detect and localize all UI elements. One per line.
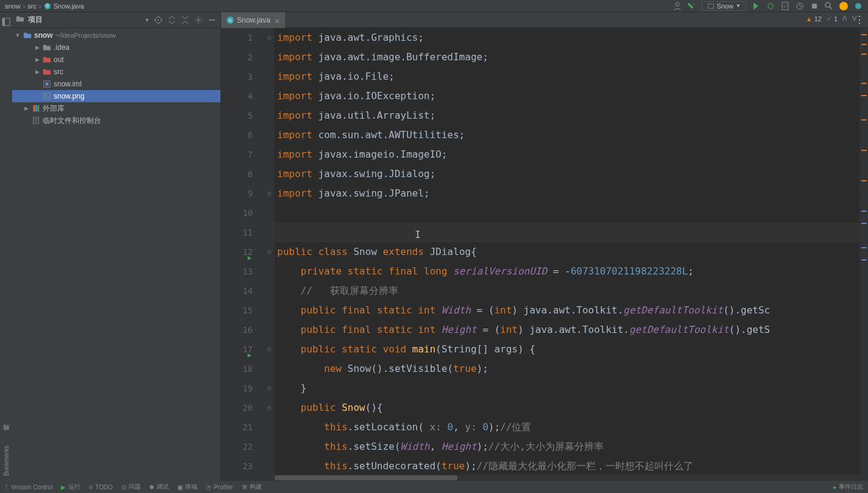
svg-rect-20	[34, 105, 35, 112]
svg-rect-18	[44, 93, 51, 100]
tree-item[interactable]: ▶out	[12, 54, 221, 66]
svg-point-9	[839, 2, 848, 10]
profiler-tab[interactable]: ◷Profiler	[206, 484, 233, 491]
bookmarks-tab[interactable]: Bookmarks	[2, 441, 11, 481]
folder-red-icon	[43, 55, 51, 64]
gear-icon[interactable]	[194, 15, 203, 25]
project-panel: 项目 ▼ ▼ snow ~/IdeaProjects/snow ▶.idea▶o…	[12, 12, 221, 481]
tree-root[interactable]: ▼ snow ~/IdeaProjects/snow	[12, 29, 221, 41]
collapse-icon[interactable]	[180, 15, 190, 25]
fold-gutter[interactable]: ⊟⊟⊟⊟⊟⊟	[264, 28, 275, 481]
chevron-right-icon: ▶	[34, 44, 40, 51]
chevron-down-icon: ▼	[736, 3, 741, 9]
debug-tab[interactable]: ✱调试	[149, 483, 169, 491]
project-tree[interactable]: ▼ snow ~/IdeaProjects/snow ▶.idea▶out▶sr…	[12, 28, 221, 481]
inspection-bar[interactable]: ▲12 ✓1 ᐱ ᐯ	[806, 15, 857, 23]
run-config-selector[interactable]: Snow ▼	[702, 1, 746, 11]
version-control-tab[interactable]: ᚶVersion Control	[5, 484, 52, 491]
svg-point-19	[45, 94, 47, 96]
image-icon	[43, 92, 51, 100]
problems-tab[interactable]: ⊙问题	[121, 483, 141, 491]
event-log[interactable]: ●事件日志	[833, 483, 863, 491]
svg-point-15	[197, 19, 200, 21]
bottom-toolbar: ᚶVersion Control ▶运行 ≡TODO ⊙问题 ✱调试 ▣终端 ◷…	[0, 481, 868, 493]
run-icon[interactable]	[751, 1, 761, 11]
minimize-icon[interactable]	[207, 15, 217, 25]
code-editor[interactable]: 123456789101112▶1314151617▶181920212223 …	[221, 28, 868, 481]
line-gutter[interactable]: 123456789101112▶1314151617▶181920212223	[221, 28, 264, 481]
horizontal-scrollbar[interactable]	[275, 475, 859, 481]
chevron-right-icon: ›	[39, 2, 41, 10]
coverage-icon[interactable]	[780, 1, 790, 11]
folder-icon	[43, 43, 51, 52]
misc-icon[interactable]	[853, 1, 863, 11]
svg-rect-22	[38, 105, 40, 112]
debug-icon[interactable]	[766, 1, 775, 11]
chevron-right-icon: ▶	[34, 69, 40, 75]
tree-item[interactable]: snow.iml	[12, 78, 221, 90]
tree-item[interactable]: snow.png	[12, 90, 221, 102]
svg-text:C: C	[46, 4, 49, 8]
tree-item[interactable]: ▶src	[12, 66, 221, 78]
tree-item[interactable]: ▶外部库	[12, 102, 221, 114]
run-tab[interactable]: ▶运行	[61, 483, 80, 491]
chevron-right-icon: ▶	[23, 105, 29, 111]
expand-icon[interactable]	[167, 15, 177, 25]
panel-title: 项目	[28, 15, 141, 25]
scratch-icon	[32, 116, 40, 125]
editor-panel: C Snow.java ✕ ⋮ ▲12 ✓1 ᐱ ᐯ 1234567891011…	[221, 12, 868, 481]
left-sidebar: 结构 Bookmarks	[0, 12, 12, 481]
svg-rect-21	[35, 105, 37, 112]
tree-item[interactable]: 临时文件和控制台	[12, 114, 221, 127]
tree-item[interactable]: ▶.idea	[12, 41, 221, 54]
svg-point-4	[768, 4, 773, 9]
locate-icon[interactable]	[153, 15, 163, 25]
chevron-right-icon: ›	[23, 2, 26, 10]
terminal-tab[interactable]: ▣终端	[177, 483, 197, 491]
avatar-icon[interactable]	[839, 1, 849, 11]
stop-icon[interactable]	[810, 1, 819, 11]
svg-rect-12	[2, 18, 5, 26]
library-icon	[32, 104, 40, 113]
svg-rect-5	[782, 2, 788, 10]
chevron-down-icon: ▼	[15, 32, 21, 38]
pass-count[interactable]: ✓1	[827, 15, 838, 23]
module-icon	[43, 80, 51, 88]
breadcrumb-item[interactable]: snow	[5, 2, 21, 10]
svg-point-14	[158, 19, 159, 21]
svg-point-2	[676, 2, 679, 6]
tab[interactable]: C Snow.java ✕	[221, 12, 285, 28]
svg-point-8	[825, 2, 830, 7]
breadcrumb-item[interactable]: C Snow.java	[44, 2, 84, 10]
svg-point-10	[855, 3, 861, 9]
todo-tab[interactable]: ≡TODO	[89, 484, 113, 491]
profile-icon[interactable]	[795, 1, 805, 11]
prev-highlight-icon[interactable]: ᐱ	[842, 15, 847, 23]
folder-icon	[16, 15, 24, 26]
svg-rect-3	[708, 4, 713, 9]
structure-tab[interactable]: 结构	[1, 431, 12, 441]
chevron-down-icon[interactable]: ▼	[144, 17, 150, 23]
svg-rect-7	[812, 4, 817, 9]
svg-text:C: C	[228, 17, 232, 23]
search-icon[interactable]	[824, 1, 834, 11]
breadcrumb-item[interactable]: src	[27, 2, 37, 10]
user-icon[interactable]	[672, 1, 682, 11]
editor-tabs: C Snow.java ✕ ⋮	[221, 12, 868, 28]
error-stripe[interactable]	[859, 28, 868, 481]
project-tool-icon[interactable]	[1, 17, 11, 27]
breadcrumb: snow › src › C Snow.java Snow ▼	[0, 0, 868, 12]
chevron-right-icon: ▶	[34, 57, 40, 63]
warnings-count[interactable]: ▲12	[806, 15, 822, 23]
svg-rect-17	[45, 82, 48, 85]
text-cursor-icon: I	[415, 225, 421, 245]
hammer-icon[interactable]	[687, 1, 697, 11]
folder-red-icon	[43, 68, 51, 76]
close-icon[interactable]: ✕	[274, 17, 280, 23]
build-tab[interactable]: ⚒构建	[242, 483, 262, 491]
next-highlight-icon[interactable]: ᐯ	[852, 15, 857, 23]
